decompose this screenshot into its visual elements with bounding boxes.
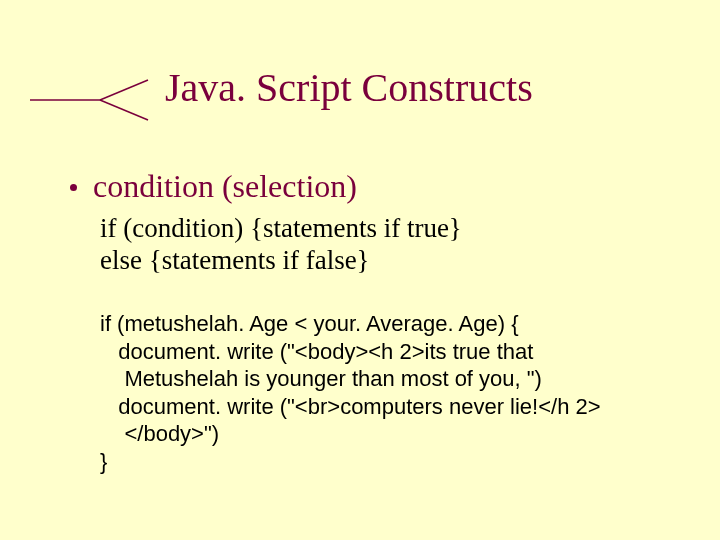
branch-decoration-icon bbox=[30, 78, 150, 118]
bullet-text: condition (selection) bbox=[93, 168, 357, 205]
slide-title: Java. Script Constructs bbox=[165, 64, 533, 111]
syntax-line: if (condition) {statements if true} bbox=[100, 212, 462, 244]
code-line: </body>") bbox=[100, 420, 601, 448]
code-line: if (metushelah. Age < your. Average. Age… bbox=[100, 310, 601, 338]
bullet-item: condition (selection) bbox=[70, 168, 357, 205]
code-line: document. write ("<br>computers never li… bbox=[100, 393, 601, 421]
syntax-block: if (condition) {statements if true} else… bbox=[100, 212, 462, 277]
code-line: } bbox=[100, 448, 601, 476]
svg-line-2 bbox=[100, 100, 148, 120]
code-block: if (metushelah. Age < your. Average. Age… bbox=[100, 310, 601, 475]
syntax-line: else {statements if false} bbox=[100, 244, 462, 276]
svg-line-1 bbox=[100, 80, 148, 100]
bullet-dot-icon bbox=[70, 184, 77, 191]
code-line: document. write ("<body><h 2>its true th… bbox=[100, 338, 601, 366]
code-line: Metushelah is younger than most of you, … bbox=[100, 365, 601, 393]
